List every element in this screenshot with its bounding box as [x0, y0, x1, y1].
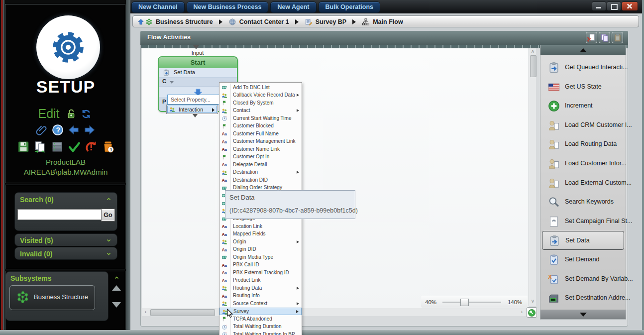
menu-item-destination-did[interactable]: AaDestination DID: [219, 176, 302, 184]
toolbox-item-load-external-custom-[interactable]: Load External Custom...: [542, 174, 624, 193]
sync-icon[interactable]: [81, 109, 92, 119]
breadcrumb-item[interactable]: Main Flow: [373, 18, 403, 25]
copy-pages-icon[interactable]: [34, 140, 47, 153]
cut-button[interactable]: [586, 32, 597, 43]
forward-icon[interactable]: [84, 124, 96, 136]
menu-item-customer-name-link[interactable]: AaCustomer Name Link: [219, 145, 302, 153]
menu-item-routing-info[interactable]: AaRouting Info: [219, 292, 302, 300]
menu-item-total-waiting-duration-in-bp[interactable]: Total Waiting Duration In BP: [219, 331, 302, 335]
toolbar-button-new-business-process[interactable]: New Business Process: [187, 1, 269, 13]
back-icon[interactable]: [68, 124, 80, 136]
menu-item-source-context[interactable]: Source Context: [219, 300, 302, 308]
vertical-scrollbar[interactable]: ˄ ˅: [529, 48, 536, 306]
breadcrumb-item[interactable]: Contact Center 1: [239, 18, 289, 25]
menu-item-callback-voice-record-data[interactable]: Callback Voice Record Data: [219, 92, 302, 100]
breadcrumb-item[interactable]: Survey BP: [316, 18, 347, 25]
toolbox-item-load-customer-infor-[interactable]: Load Customer Infor...: [542, 154, 624, 173]
breadcrumb-item[interactable]: Business Structure: [156, 18, 213, 25]
check-icon[interactable]: [68, 140, 81, 153]
toolbar-button-bulk-operations[interactable]: Bulk Operations: [319, 1, 381, 13]
toolbox-item-get-queued-interacti-[interactable]: Get Queued Interacti...: [542, 58, 624, 77]
scroll-down-arrow[interactable]: ˅: [529, 299, 537, 304]
menu-item-customer-full-name[interactable]: AaCustomer Full Name: [219, 130, 302, 138]
menu-item-customer-management-link[interactable]: AaCustomer Management Link: [219, 138, 302, 146]
toolbox-scroll-up[interactable]: [540, 45, 626, 55]
subsystems-scroll-up[interactable]: [112, 285, 121, 291]
menu-item-current-start-waiting-time[interactable]: Current Start Waiting Time: [219, 114, 302, 122]
menu-item-destination[interactable]: Destination: [219, 169, 302, 177]
menu-item-origin-media-type[interactable]: Origin Media Type: [219, 253, 302, 261]
toolbox-item-get-us-state[interactable]: Get US State: [542, 78, 624, 97]
toolbar-button-new-agent[interactable]: New Agent: [270, 1, 316, 13]
toolbox-item-load-routing-data[interactable]: Load Routing Data: [542, 135, 624, 154]
toolbox-item-increment[interactable]: Increment: [542, 97, 624, 115]
node-activity-set-data[interactable]: Set Data: [159, 68, 237, 78]
copy-button[interactable]: [599, 32, 610, 43]
search-input[interactable]: [17, 209, 103, 220]
window-edge: [3, 0, 4, 335]
lock-open-icon[interactable]: [66, 109, 77, 119]
toolbox-item-search-keywords[interactable]: Search Keywords: [542, 193, 624, 212]
toolbox-item-set-demand[interactable]: Set Demand: [542, 250, 624, 269]
menu-item-delegate-detail[interactable]: AaDelegate Detail: [219, 161, 302, 169]
fit-view-button[interactable]: [527, 307, 537, 318]
server-icon[interactable]: [51, 140, 64, 153]
menu-item-customer-opt-in[interactable]: Customer Opt In: [219, 153, 302, 161]
chevron-down-icon[interactable]: [106, 238, 112, 243]
menu-item-pbx-external-tracking-id[interactable]: AaPBX External Tracking ID: [219, 269, 302, 277]
menu-item-routing-data[interactable]: Routing Data: [219, 284, 302, 292]
menu-item-mapped-fields[interactable]: AaMapped Fields: [219, 230, 302, 238]
start-node-title[interactable]: Start: [159, 57, 237, 68]
scroll-left-arrow[interactable]: ‹: [142, 309, 149, 315]
up-arrow-icon[interactable]: [137, 18, 145, 26]
toolbox-item-set-destination-addre-[interactable]: Set Destination Addre...: [542, 289, 624, 308]
help-icon[interactable]: ?: [52, 124, 64, 136]
menu-item-origin-did[interactable]: AaOrigin DID: [219, 246, 302, 254]
go-button[interactable]: Go: [102, 209, 114, 221]
horizontal-scroll-thumb[interactable]: [150, 309, 215, 316]
scroll-up-arrow[interactable]: ˄: [529, 49, 537, 54]
toolbar-button-new-channel[interactable]: New Channel: [131, 1, 185, 13]
zoom-slider-track[interactable]: [442, 302, 501, 303]
horizontal-scrollbar[interactable]: ‹ ›: [142, 308, 527, 316]
svg-text:a: a: [225, 263, 227, 268]
menu-item-closed-by-system[interactable]: Closed By System: [219, 99, 302, 107]
edit-mode-label[interactable]: Edit: [38, 107, 59, 120]
toolbox-item-set-demand-by-variab-[interactable]: XSet Demand By Variab...: [542, 270, 624, 289]
menu-item-add-to-dnc-list[interactable]: Add To DNC List: [219, 84, 302, 92]
toolbox-item-set-data[interactable]: Set Data: [542, 231, 624, 250]
chevron-down-icon[interactable]: [106, 251, 112, 256]
subsystems-scroll-down[interactable]: [112, 302, 121, 308]
visited-accordion[interactable]: Visited (5): [14, 233, 117, 246]
chevron-up-icon[interactable]: [106, 197, 112, 202]
interaction-menu-item[interactable]: Interaction: [167, 106, 217, 113]
menu-item-customer-blocked[interactable]: Customer Blocked: [219, 122, 302, 130]
vertical-scroll-thumb[interactable]: [530, 55, 537, 77]
toolbox-item-set-campaign-final-st-[interactable]: Set Campaign Final St...: [542, 212, 624, 231]
trash-icon[interactable]: 1: [102, 140, 114, 153]
toolbox-item-load-crm-customer-i-[interactable]: Load CRM Customer I...: [542, 116, 624, 135]
zoom-slider-handle[interactable]: [460, 299, 469, 306]
menu-item-location-link[interactable]: AaLocation Link: [219, 223, 302, 230]
minimize-button[interactable]: [592, 1, 606, 11]
clipboard-tools: [584, 32, 623, 43]
us-flag-icon: [548, 81, 560, 93]
menu-item-pbx-call-id[interactable]: AaPBX Call ID: [219, 261, 302, 269]
menu-item-total-waiting-duration[interactable]: Total Waiting Duration: [219, 323, 302, 331]
save-icon[interactable]: [17, 140, 30, 153]
menu-item-contact[interactable]: Contact: [219, 107, 302, 115]
paperclip-icon[interactable]: [36, 124, 48, 136]
subsystem-item-business-structure[interactable]: Business Structure: [9, 285, 95, 310]
refresh-warn-icon[interactable]: [85, 140, 98, 153]
invalid-accordion[interactable]: Invalid (0): [14, 247, 117, 260]
toolbox-scroll-down[interactable]: [540, 310, 626, 319]
close-button[interactable]: [622, 1, 638, 11]
scroll-right-arrow[interactable]: ›: [518, 309, 526, 315]
search-group: Search (0) Go: [14, 192, 117, 231]
menu-item-product-link[interactable]: AaProduct Link: [219, 277, 302, 285]
dropdown-arrow-icon[interactable]: [170, 81, 174, 84]
chevron-up-icon[interactable]: [113, 275, 120, 280]
Aa-icon: Aa: [221, 162, 227, 168]
menu-item-origin[interactable]: Origin: [219, 238, 302, 246]
maximize-button[interactable]: [607, 1, 621, 11]
